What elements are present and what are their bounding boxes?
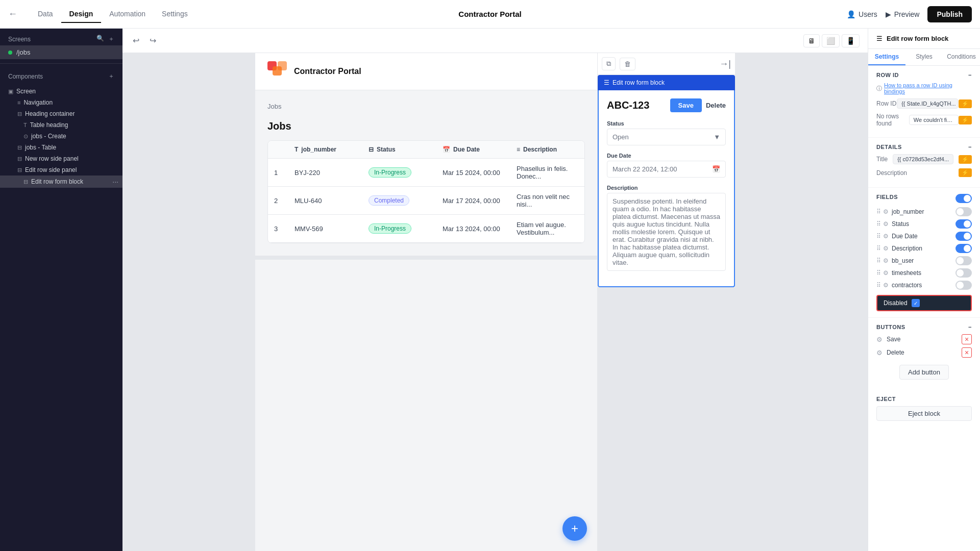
tree-item-heading-container[interactable]: ⊟ Heading container [0, 108, 122, 119]
undo-button[interactable]: ↩ [131, 34, 141, 47]
gear-icon[interactable]: ⚙ [883, 220, 889, 228]
disabled-label: Disabled [884, 299, 908, 307]
redo-button[interactable]: ↪ [148, 34, 158, 47]
add-screen-icon[interactable]: ＋ [108, 35, 114, 43]
add-component-icon[interactable]: ＋ [108, 72, 114, 81]
description-lightning-btn[interactable]: ⚡ [959, 168, 972, 177]
gear-icon[interactable]: ⚙ [883, 269, 889, 277]
panel-close-btn[interactable]: →| [719, 59, 731, 69]
publish-button[interactable]: Publish [927, 6, 972, 22]
tab-styles[interactable]: Styles [905, 49, 943, 65]
form-field-description: Description Suspendisse potenti. In elei… [607, 185, 726, 271]
users-button[interactable]: 👤 Users [847, 10, 877, 18]
field-toggle-timesheets[interactable] [955, 268, 972, 278]
disabled-row: Disabled ✓ [876, 295, 972, 311]
tree-item-menu[interactable]: ··· [112, 178, 118, 186]
tree-item-navigation[interactable]: ≡ Navigation [0, 97, 122, 108]
gear-icon[interactable]: ⚙ [883, 282, 889, 289]
fab-button[interactable]: + [562, 516, 587, 541]
drag-handle[interactable]: ⠿ [876, 257, 881, 264]
drag-handle[interactable]: ⠿ [876, 233, 881, 240]
td-num-1: 1 [268, 159, 288, 186]
search-icon[interactable]: 🔍 [96, 35, 104, 43]
description-textarea[interactable]: Suspendisse potenti. In eleifend quam a … [607, 193, 726, 271]
fields-toggle[interactable] [955, 194, 972, 203]
tree-item-screen[interactable]: ▣ Screen [0, 86, 122, 97]
form-delete-btn[interactable]: Delete [706, 98, 726, 112]
tab-automation[interactable]: Automation [101, 6, 154, 23]
form-title: ABC-123 Save Delete [607, 98, 726, 112]
tab-data[interactable]: Data [30, 6, 61, 23]
table-row[interactable]: 1 BYJ-220 In-Progress Mar 15 2024, 00:00… [268, 159, 584, 187]
table-header: Tjob_number ⊟Status 📅Due Date ≡Descripti… [268, 141, 584, 159]
field-row-due-date: ⠿ ⚙ Due Date [876, 232, 972, 241]
gear-icon[interactable]: ⚙ [883, 245, 889, 252]
back-button[interactable]: ← [8, 9, 17, 19]
title-binding[interactable]: {{ c0728d53ec2df4... [893, 154, 953, 164]
field-toggle-job-number[interactable] [955, 207, 972, 216]
no-rows-value[interactable]: We couldn't find a... [909, 115, 959, 125]
collapse-row-id-icon[interactable]: − [968, 72, 972, 78]
delete-btn-gear[interactable]: ⚙ [876, 349, 883, 357]
form-header-label: Edit row form block [612, 79, 665, 86]
form-field-duedate: Due Date March 22 2024, 12:00 📅 [607, 153, 726, 178]
collapse-details-icon[interactable]: − [968, 144, 972, 150]
add-button-link[interactable]: Add button [899, 365, 949, 380]
tab-settings[interactable]: Settings [868, 49, 905, 65]
tablet-view-btn[interactable]: ⬜ [822, 34, 840, 47]
drag-handle[interactable]: ⠿ [876, 208, 881, 215]
help-link[interactable]: How to pass a row ID using bindings [884, 82, 972, 94]
drag-handle[interactable]: ⠿ [876, 282, 881, 289]
field-toggle-contractors[interactable] [955, 281, 972, 290]
title-lightning-btn[interactable]: ⚡ [959, 155, 972, 164]
field-toggle-due-date[interactable] [955, 232, 972, 241]
preview-button[interactable]: ▶ Preview [886, 10, 920, 18]
due-date-input[interactable]: March 22 2024, 12:00 📅 [607, 161, 726, 178]
components-section: Components ＋ [0, 68, 122, 86]
tab-design[interactable]: Design [61, 6, 102, 23]
sidebar-item-jobs[interactable]: /jobs [0, 45, 122, 59]
table-row[interactable]: 3 MMV-569 In-Progress Mar 13 2024, 00:00… [268, 215, 584, 243]
status-input[interactable]: Open ▼ [607, 129, 726, 145]
tree-item-jobs-create[interactable]: ⊙ jobs - Create [0, 131, 122, 142]
delete-btn-remove[interactable]: × [962, 347, 972, 358]
field-toggle-status[interactable] [955, 219, 972, 229]
save-btn-gear[interactable]: ⚙ [876, 336, 883, 343]
view-toggle: 🖥 ⬜ 📱 [803, 34, 860, 47]
data-table: Tjob_number ⊟Status 📅Due Date ≡Descripti… [267, 140, 585, 243]
desktop-view-btn[interactable]: 🖥 [803, 34, 820, 47]
no-rows-lightning-btn[interactable]: ⚡ [959, 116, 972, 124]
gear-icon[interactable]: ⚙ [883, 233, 889, 240]
scrollbar[interactable] [255, 256, 597, 260]
tree-item-table-heading[interactable]: T Table heading [0, 119, 122, 131]
field-toggle-description[interactable] [955, 244, 972, 253]
top-navigation: ← Data Design Automation Settings Contra… [0, 0, 980, 29]
th-due-date: 📅Due Date [436, 141, 510, 158]
save-btn-remove[interactable]: × [962, 334, 972, 344]
drag-handle[interactable]: ⠿ [876, 269, 881, 277]
disabled-checkbox[interactable]: ✓ [912, 299, 920, 307]
row-id-binding[interactable]: {{ State.ID_k4gQTH... [897, 98, 958, 109]
collapse-buttons-icon[interactable]: − [968, 324, 972, 330]
tree-item-jobs-table[interactable]: ⊟ jobs - Table [0, 142, 122, 153]
table-row[interactable]: 2 MLU-640 Completed Mar 17 2024, 00:00 C… [268, 187, 584, 215]
tree-item-edit-row-panel[interactable]: ⊟ Edit row side panel [0, 164, 122, 176]
panel-delete-btn[interactable]: 🗑 [620, 58, 635, 70]
gear-icon[interactable]: ⚙ [883, 257, 889, 264]
tree-item-edit-form-block[interactable]: ⊟ Edit row form block ··· [0, 176, 122, 188]
gear-icon[interactable]: ⚙ [883, 208, 889, 215]
row-id-lightning-btn[interactable]: ⚡ [959, 99, 972, 108]
field-toggle-bb-user[interactable] [955, 256, 972, 265]
tab-settings[interactable]: Settings [154, 6, 196, 23]
field-row-description: ⠿ ⚙ Description [876, 244, 972, 253]
drag-handle[interactable]: ⠿ [876, 220, 881, 228]
app-breadcrumb: Jobs [267, 103, 585, 110]
tab-conditions[interactable]: Conditions [943, 49, 980, 65]
eject-button[interactable]: Eject block [876, 406, 972, 421]
drag-handle[interactable]: ⠿ [876, 245, 881, 252]
tree-item-new-row-panel[interactable]: ⊟ New row side panel [0, 153, 122, 164]
panel-copy-btn[interactable]: ⧉ [602, 57, 616, 70]
right-panel-title: Edit row form block [887, 35, 948, 42]
form-save-btn[interactable]: Save [670, 98, 702, 112]
mobile-view-btn[interactable]: 📱 [842, 34, 860, 47]
